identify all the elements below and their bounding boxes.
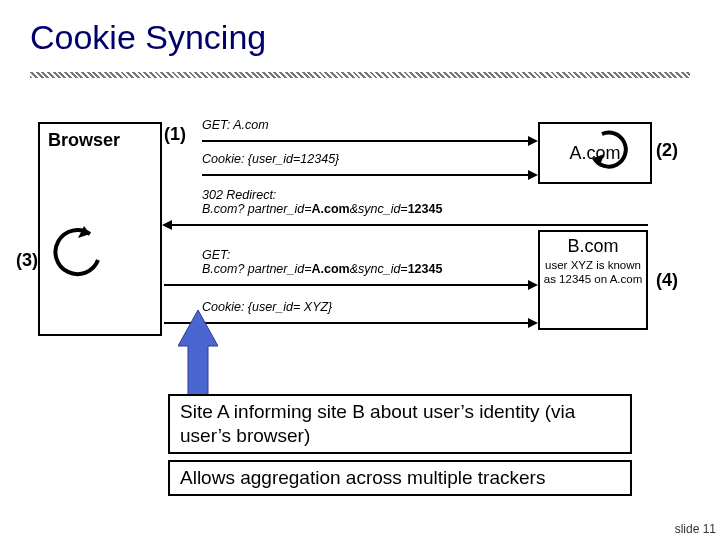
msg-cookie-acom: Cookie: {user_id=12345}	[202, 152, 339, 166]
arrow-get-bcom	[164, 284, 536, 286]
arrow-302-redirect	[164, 224, 648, 226]
callout-identity: Site A informing site B about user’s ide…	[168, 394, 632, 454]
msg-302-redirect: 302 Redirect: B.com? partner_id=A.com&sy…	[202, 188, 442, 216]
bcom-box: B.com user XYZ is known as 12345 on A.co…	[538, 230, 648, 330]
divider	[30, 72, 690, 78]
step-4-label: (4)	[656, 270, 678, 291]
cookie-sync-diagram: Browser (1) GET: A.com Cookie: {user_id=…	[38, 100, 698, 360]
msg-cookie-bcom: Cookie: {user_id= XYZ}	[202, 300, 332, 314]
step-1-label: (1)	[164, 124, 186, 145]
acom-loop-icon	[586, 124, 640, 178]
bcom-label: B.com	[540, 236, 646, 257]
step-3-label: (3)	[16, 250, 38, 271]
arrow-cookie-bcom	[164, 322, 536, 324]
browser-loop-icon	[44, 220, 108, 284]
callout-arrow-icon	[178, 310, 218, 400]
arrow-cookie-acom	[202, 174, 536, 176]
arrow-get-acom	[202, 140, 536, 142]
msg-get-acom: GET: A.com	[202, 118, 269, 132]
svg-marker-2	[178, 310, 218, 400]
slide-number: slide 11	[675, 522, 716, 536]
browser-label: Browser	[48, 130, 120, 151]
msg-get-bcom: GET: B.com? partner_id=A.com&sync_id=123…	[202, 248, 442, 276]
callout-aggregation: Allows aggregation across multiple track…	[168, 460, 632, 496]
page-title: Cookie Syncing	[30, 18, 266, 57]
step-2-label: (2)	[656, 140, 678, 161]
bcom-note: user XYZ is known as 12345 on A.com	[540, 259, 646, 287]
